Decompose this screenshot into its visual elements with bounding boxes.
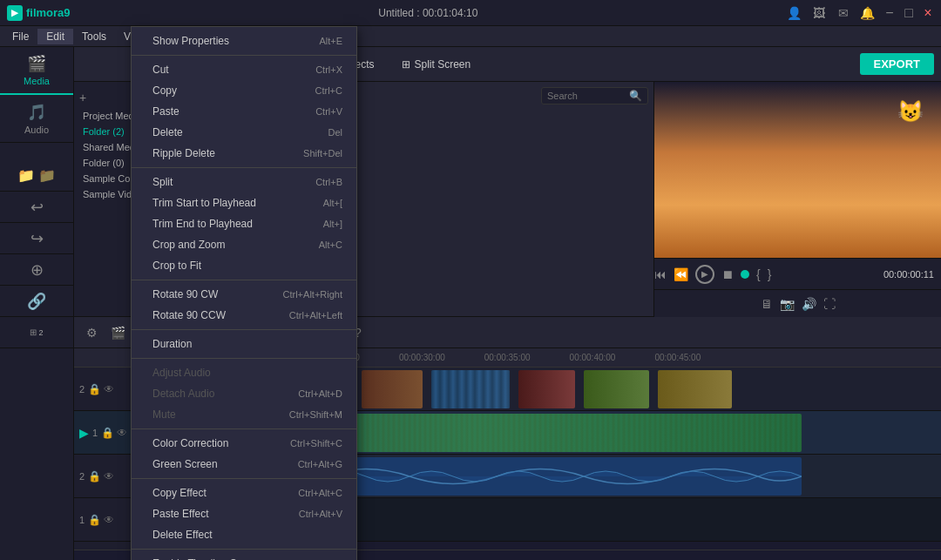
audio-tab-label: Audio — [24, 125, 49, 135]
lock-icon[interactable]: 🔒 — [88, 383, 101, 395]
menu-edit[interactable]: Edit — [37, 29, 73, 44]
menu-trim-start[interactable]: Trim Start to Playhead Alt+[ — [132, 192, 356, 213]
detach-audio-label: Detach Audio — [152, 388, 214, 400]
copy-label: Copy — [152, 84, 177, 97]
paste-shortcut: Ctrl+V — [298, 106, 342, 117]
menu-paste-effect[interactable]: Paste Effect Ctrl+Alt+V — [132, 503, 356, 524]
a2-eye-icon[interactable]: 👁 — [104, 470, 114, 482]
track-a2-num: 2 — [79, 471, 85, 482]
preview-time: 00:00:00:11 — [883, 269, 941, 280]
a1-lock-icon[interactable]: 🔒 — [88, 514, 101, 526]
menu-rotate-ccw[interactable]: Rotate 90 CCW Ctrl+Alt+Left — [132, 305, 356, 326]
menu-section-2: Cut Ctrl+X Copy Ctrl+C Paste Ctrl+V Dele… — [132, 56, 356, 168]
green-screen-shortcut: Ctrl+Alt+G — [281, 459, 342, 469]
menu-split[interactable]: Split Ctrl+B — [132, 172, 356, 192]
ruler-mark-5: 00:00:35:00 — [484, 353, 531, 362]
menu-crop-fit[interactable]: Crop to Fit — [132, 255, 356, 276]
prev-frame-btn[interactable]: ⏪ — [674, 267, 688, 281]
volume-btn[interactable]: 🔊 — [802, 297, 816, 311]
rotate-ccw-label: Rotate 90 CCW — [152, 309, 226, 321]
cut-shortcut: Ctrl+X — [298, 64, 342, 75]
ruler-mark-7: 00:00:45:00 — [654, 353, 701, 362]
menu-tools[interactable]: Tools — [73, 29, 115, 44]
sidebar-layers[interactable]: ⊞2 — [0, 317, 73, 348]
sidebar-add-folder[interactable]: 📁 📁 — [0, 160, 73, 192]
export-button[interactable]: EXPORT — [860, 53, 934, 75]
titlebar-controls: 👤 🖼 ✉ 🔔 − □ × — [786, 4, 934, 22]
sidebar-tab-audio[interactable]: 🎵 Audio — [0, 95, 73, 143]
media-icon[interactable]: 🖼 — [810, 4, 828, 22]
search-icon: 🔍 — [629, 90, 642, 102]
play-btn[interactable]: ▶ — [695, 265, 714, 284]
menu-copy[interactable]: Copy Ctrl+C — [132, 80, 356, 101]
sidebar-link[interactable]: 🔗 — [0, 286, 73, 317]
menu-green-screen[interactable]: Green Screen Ctrl+Alt+G — [132, 454, 356, 475]
camera-btn[interactable]: 📷 — [780, 297, 795, 311]
preview-controls: ⏮ ⏪ ▶ ⏹ { } 00:00:00:11 — [654, 258, 941, 289]
video-clip-8[interactable] — [658, 370, 732, 408]
sidebar-bottom: 📁 📁 ↩ ↪ ⊕ 🔗 ⊞2 — [0, 143, 73, 560]
menu-delete[interactable]: Delete Del — [132, 122, 356, 143]
tl-clip-btn[interactable]: 🎬 — [107, 322, 128, 343]
profile-icon[interactable]: 👤 — [786, 4, 803, 22]
folder-remove-icon: 📁 — [38, 167, 56, 184]
menu-section-8: Copy Effect Ctrl+Alt+C Paste Effect Ctrl… — [132, 479, 356, 550]
notification-icon[interactable]: 🔔 — [859, 4, 877, 22]
video-clip-4[interactable] — [362, 370, 423, 408]
menu-delete-effect[interactable]: Delete Effect — [132, 524, 356, 545]
menu-file[interactable]: File — [3, 29, 37, 44]
mute-label: Mute — [152, 408, 176, 421]
tl-settings-btn[interactable]: ⚙ — [81, 322, 102, 343]
crop-fit-label: Crop to Fit — [152, 260, 201, 272]
eye-icon[interactable]: 👁 — [104, 383, 114, 395]
rotate-ccw-shortcut: Ctrl+Alt+Left — [272, 310, 342, 320]
split-screen-btn[interactable]: ⊞ Split Screen — [391, 55, 481, 74]
menu-color-correction[interactable]: Color Correction Ctrl+Shift+C — [132, 433, 356, 454]
v1-eye-icon[interactable]: 👁 — [117, 427, 127, 439]
add-media-btn[interactable]: + — [79, 91, 86, 105]
delete-label: Delete — [152, 126, 183, 138]
menu-rotate-cw[interactable]: Rotate 90 CW Ctrl+Alt+Right — [132, 284, 356, 305]
skip-back-btn[interactable]: ⏮ — [654, 267, 667, 281]
paste-effect-shortcut: Ctrl+Alt+V — [281, 509, 342, 519]
a2-lock-icon[interactable]: 🔒 — [88, 470, 101, 482]
titlebar: ▶ filmora9 Untitled : 00:01:04:10 👤 🖼 ✉ … — [0, 0, 941, 26]
menu-copy-effect[interactable]: Copy Effect Ctrl+Alt+C — [132, 482, 356, 503]
mark-in-btn[interactable]: { — [756, 267, 761, 281]
menu-paste[interactable]: Paste Ctrl+V — [132, 101, 356, 122]
maximize-button[interactable]: □ — [903, 7, 915, 19]
menu-crop-zoom[interactable]: Crop and Zoom Alt+C — [132, 234, 356, 255]
show-properties-shortcut: Alt+E — [301, 36, 342, 46]
menu-section-5: Duration — [132, 330, 356, 359]
sidebar-import[interactable]: ⊕ — [0, 254, 73, 286]
crop-zoom-shortcut: Alt+C — [301, 240, 342, 250]
stop-btn[interactable]: ⏹ — [721, 267, 734, 281]
v1-lock-icon[interactable]: 🔒 — [101, 427, 114, 439]
mark-out-btn[interactable]: } — [768, 267, 772, 281]
menu-trim-end[interactable]: Trim End to Playhead Alt+] — [132, 213, 356, 234]
delete-effect-label: Delete Effect — [152, 529, 212, 541]
minimize-button[interactable]: − — [883, 7, 896, 19]
track-v2-icons: 🔒 👁 — [88, 383, 114, 395]
video-clip-5[interactable] — [431, 370, 510, 408]
sidebar-tab-media[interactable]: 🎬 Media — [0, 47, 73, 95]
mail-icon[interactable]: ✉ — [835, 4, 852, 22]
sidebar-redo[interactable]: ↪ — [0, 223, 73, 254]
fullscreen-btn[interactable]: ⛶ — [823, 297, 836, 311]
menu-duration[interactable]: Duration — [132, 334, 356, 354]
menu-show-properties[interactable]: Show Properties Alt+E — [132, 30, 356, 51]
menu-section-6: Adjust Audio Detach Audio Ctrl+Alt+D Mut… — [132, 359, 356, 429]
sidebar-undo[interactable]: ↩ — [0, 192, 73, 223]
split-screen-icon: ⊞ — [402, 58, 410, 71]
menu-ripple-delete[interactable]: Ripple Delete Shift+Del — [132, 143, 356, 164]
close-button[interactable]: × — [922, 7, 934, 19]
menu-cut[interactable]: Cut Ctrl+X — [132, 59, 356, 80]
track-v2-num: 2 — [79, 384, 85, 395]
app-name: filmora9 — [26, 6, 71, 19]
search-input[interactable] — [547, 91, 626, 101]
video-clip-6[interactable] — [518, 370, 575, 408]
video-clip-7[interactable] — [584, 370, 649, 408]
screen-btn[interactable]: 🖥 — [761, 297, 773, 311]
a1-eye-icon[interactable]: 👁 — [104, 514, 114, 526]
menu-enable-snap[interactable]: Enable Timeline Snap — [132, 553, 356, 560]
